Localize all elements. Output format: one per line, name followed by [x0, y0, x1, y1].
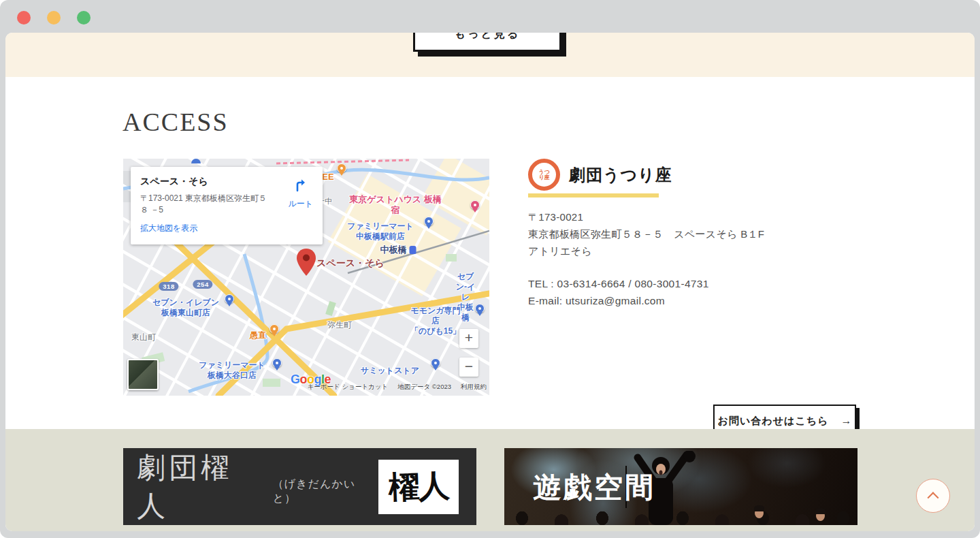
postal-code: 〒173-0021: [528, 208, 856, 225]
map-label: 中板橋: [380, 244, 416, 255]
company-name: 劇団うつり座: [569, 164, 672, 186]
map-poi-pin: [272, 358, 282, 368]
brand-underline: [528, 193, 659, 197]
directions-button[interactable]: ルート: [288, 176, 313, 210]
company-logo-icon: うつ り座: [528, 159, 560, 191]
view-larger-map-link[interactable]: 拡大地図を表示: [140, 223, 197, 234]
map-poi-pin: [424, 217, 434, 226]
address-line2: アトリエそら: [528, 242, 856, 259]
map-label: 愚直: [250, 330, 266, 341]
section-title: ACCESS: [122, 107, 229, 137]
banner-link-gekidan-kaito[interactable]: 劇団櫂人 （げきだんかいと） 櫂人: [123, 448, 476, 525]
map-marker-label: スペース・そら: [316, 257, 385, 270]
directions-icon: [293, 176, 309, 193]
kaito-calligraphy-logo: 櫂人: [378, 460, 459, 514]
kaito-logo-text: 櫂人: [388, 464, 449, 509]
google-logo-letter: o: [300, 373, 308, 386]
map-label: 東京ゲストハウス 板橋宿: [348, 194, 442, 217]
map-label: ファミリーマート 中板橋駅前店: [347, 221, 414, 242]
company-info: うつ り座 劇団うつり座 〒173-0021 東京都板橋区弥生町５８－５ スペー…: [528, 159, 856, 310]
map-label: 弥生町: [327, 320, 352, 330]
phone-numbers: TEL : 03-6314-6664 / 080-3001-4731: [528, 276, 856, 293]
hero-bottom-strip: もっと見る: [5, 33, 975, 77]
place-address: 〒173-0021 東京都板橋区弥生町５８ －5: [140, 193, 275, 217]
company-brand: うつ り座 劇団うつり座: [528, 159, 856, 197]
place-name: スペース・そら: [140, 176, 313, 188]
map-label: モモンガ専門店 「のびも15」: [409, 306, 463, 336]
audience-face: [755, 508, 764, 518]
map-info-card: スペース・そら 〒173-0021 東京都板橋区弥生町５８ －5 拡大地図を表示…: [131, 167, 323, 244]
banner-kaito-subtitle: （げきだんかいと）: [273, 477, 378, 506]
map-label: サミットストア: [361, 366, 419, 376]
map-zoom-in-button[interactable]: +: [459, 329, 478, 348]
banner-kaito-title: 劇団櫂人: [137, 449, 265, 525]
map-data-label: 地図データ ©2023: [397, 383, 451, 392]
map-label: セブン・イレブン 板橋東山町店: [152, 298, 219, 318]
close-window-button[interactable]: [17, 11, 31, 25]
terms-link[interactable]: 利用規約: [461, 383, 487, 392]
map-label: ファミリーマート 板橋大谷口店: [199, 360, 265, 381]
banner-link-yugi-kukan[interactable]: 遊戯空間: [504, 448, 858, 525]
browser-window: もっと見る ACCESS アクセス: [0, 0, 980, 538]
google-logo-letter: G: [291, 373, 300, 386]
google-map-embed[interactable]: スペース・そら FEE一中東京ゲストハウス 板橋宿ファミリーマート 中板橋駅前店…: [123, 159, 489, 396]
map-poi-pin: [225, 294, 234, 304]
map-poi-pin: [475, 304, 485, 313]
zoom-window-button[interactable]: [77, 11, 91, 25]
map-attribution: キーボード ショートカット 地図データ ©2023 利用規約: [308, 383, 487, 392]
map-marker-pin[interactable]: [297, 249, 316, 276]
train-station-icon: [410, 246, 416, 254]
email-address: E-mail: utsuriza@gmail.com: [528, 293, 856, 310]
route-label: ルート: [288, 198, 313, 210]
company-logo-text: うつ り座: [538, 170, 549, 180]
scroll-to-top-button[interactable]: [916, 479, 950, 513]
minimize-window-button[interactable]: [47, 11, 61, 25]
company-contacts: TEL : 03-6314-6664 / 080-3001-4731 E-mai…: [528, 276, 856, 310]
page-content: もっと見る ACCESS アクセス: [5, 33, 975, 531]
chevron-up-icon: [928, 492, 939, 503]
map-poi-pin: [470, 200, 480, 210]
satellite-view-toggle[interactable]: [127, 359, 159, 390]
map-poi-pin: [191, 159, 201, 163]
route-number-badge: 318: [159, 282, 178, 291]
banner-yugi-title: 遊戯空間: [533, 469, 655, 507]
window-controls: [17, 11, 91, 25]
address-line1: 東京都板橋区弥生町５８－５ スペースそら B１F: [528, 225, 856, 242]
arrow-right-icon: →: [840, 415, 851, 427]
contact-button-label: お問い合わせはこちら: [718, 415, 829, 428]
see-more-button[interactable]: もっと見る: [413, 33, 561, 52]
keyboard-shortcuts-link[interactable]: キーボード ショートカット: [308, 383, 389, 392]
access-section: ACCESS アクセス: [5, 77, 975, 429]
map-poi-pin: [337, 163, 346, 173]
footer-section: 劇団櫂人 （げきだんかいと） 櫂人: [5, 429, 975, 531]
company-address: 〒173-0021 東京都板橋区弥生町５８－５ スペースそら B１F アトリエそ…: [528, 208, 856, 259]
map-zoom-out-button[interactable]: −: [459, 358, 478, 377]
map-poi-pin: [270, 324, 279, 334]
audience-face: [816, 511, 825, 521]
map-poi-pin: [431, 358, 440, 368]
see-more-label: もっと見る: [455, 33, 521, 42]
map-label: 東山町: [131, 332, 156, 343]
route-number-badge: 254: [193, 280, 212, 289]
